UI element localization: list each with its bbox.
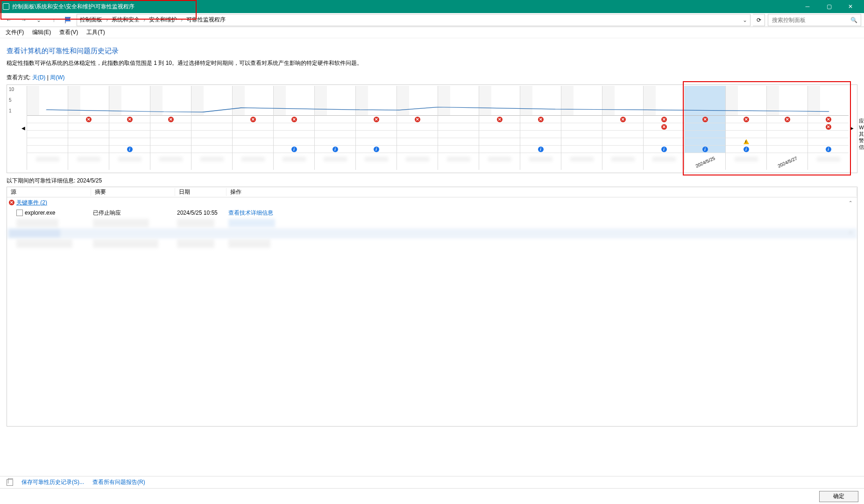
table-header: 源 摘要 日期 操作	[7, 187, 857, 197]
chart-cell: ✕	[150, 116, 191, 123]
group-critical-events[interactable]: ✕ 关键事件 (2) ⌃	[7, 197, 857, 208]
up-button[interactable]: ↑	[48, 14, 60, 26]
chart-cell	[150, 146, 191, 153]
chart-cell: ✕	[109, 116, 150, 123]
search-box[interactable]: 🔍	[768, 14, 861, 26]
info-icon: i	[333, 147, 338, 152]
page-heading: 查看计算机的可靠性和问题历史记录	[7, 47, 857, 56]
chart-scroll-left[interactable]: ◀	[20, 86, 27, 170]
table-row-redacted	[7, 238, 857, 249]
date-label	[27, 153, 68, 170]
chart-cell	[644, 138, 684, 146]
main-content: 查看计算机的可靠性和问题历史记录 稳定性指数可评估系统的总体稳定性，此指数的取值…	[0, 38, 864, 427]
breadcrumb-bar[interactable]: 控制面板› 系统和安全› 安全和维护› 可靠性监视程序 ⌄	[77, 14, 751, 26]
chevron-up-icon[interactable]: ⌃	[849, 200, 852, 205]
window-titlebar: 控制面板\系统和安全\安全和维护\可靠性监视程序 ─ ▢ ✕	[0, 0, 864, 13]
menu-view[interactable]: 查看(V)	[59, 28, 78, 36]
breadcrumb-item[interactable]: 系统和安全	[112, 16, 140, 24]
back-button[interactable]: ←	[3, 14, 15, 26]
chart-cell	[726, 138, 766, 146]
footer-links: 保存可靠性历史记录(S)... 查看所有问题报告(R)	[0, 476, 864, 488]
chart-cell	[109, 131, 150, 138]
chart-cell	[191, 123, 232, 131]
menu-file[interactable]: 文件(F)	[6, 28, 24, 36]
breadcrumb-item[interactable]: 控制面板	[80, 16, 102, 24]
breadcrumb-dropdown-icon[interactable]: ⌄	[743, 17, 747, 23]
view-all-reports-link[interactable]: 查看所有问题报告(R)	[92, 478, 145, 486]
chart-cell	[150, 138, 191, 146]
chart-cell	[644, 131, 684, 138]
y-axis-labels: 10 5 1	[9, 87, 14, 113]
chart-cell	[191, 131, 232, 138]
chart-cell: ✕	[726, 116, 766, 123]
search-input[interactable]	[771, 16, 850, 24]
col-source[interactable]: 源	[7, 188, 91, 196]
chart-cell	[27, 138, 68, 146]
chart-cell	[233, 138, 273, 146]
date-label	[68, 153, 109, 170]
info-icon: i	[374, 147, 379, 152]
date-label	[561, 153, 602, 170]
chart-cell	[438, 138, 479, 146]
table-row[interactable]: explorer.exe 已停止响应 2024/5/25 10:55 查看技术详…	[7, 208, 857, 218]
chart-cell: i	[315, 146, 355, 153]
details-table: 源 摘要 日期 操作 ✕ 关键事件 (2) ⌃ explorer.exe 已停止…	[7, 187, 857, 427]
chart-cell	[397, 123, 438, 131]
chart-cell	[602, 131, 643, 138]
chart-cell: ✕	[479, 116, 520, 123]
error-icon: ✕	[702, 117, 708, 122]
chart-cell: ✕	[767, 116, 807, 123]
chart-cell	[520, 131, 561, 138]
chart-cell	[274, 138, 314, 146]
error-icon: ✕	[250, 117, 256, 122]
chart-cell	[602, 123, 643, 131]
chart-cell	[191, 116, 232, 123]
chart-cell	[397, 138, 438, 146]
chart-cell	[561, 116, 602, 123]
refresh-button[interactable]: ⟳	[753, 14, 765, 26]
error-icon: ✕	[415, 117, 420, 122]
row-label-misc-failure: 其他故障	[859, 131, 864, 137]
forward-button[interactable]: →	[18, 14, 30, 26]
chart-cell: ✕	[520, 116, 561, 123]
breadcrumb-item[interactable]: 安全和维护	[149, 16, 177, 24]
chart-cell: ✕	[644, 123, 684, 131]
chart-cell	[808, 131, 849, 138]
chart-cell: ✕	[356, 116, 397, 123]
chart-cell	[438, 146, 479, 153]
view-by-day-link[interactable]: 天(D)	[32, 74, 46, 81]
menu-edit[interactable]: 编辑(E)	[32, 28, 51, 36]
date-label	[726, 153, 766, 170]
chart-scroll-right[interactable]: ▶	[849, 86, 855, 170]
col-action[interactable]: 操作	[227, 188, 857, 196]
date-label	[315, 153, 355, 170]
chart-cell	[561, 146, 602, 153]
group-label: 关键事件 (2)	[16, 199, 47, 207]
menu-tools[interactable]: 工具(T)	[86, 28, 105, 36]
chart-cell	[27, 131, 68, 138]
chart-cell	[767, 138, 807, 146]
col-summary[interactable]: 摘要	[91, 188, 175, 196]
chart-cell	[27, 123, 68, 131]
breadcrumb-item[interactable]: 可靠性监视程序	[186, 16, 226, 24]
maximize-button[interactable]: ▢	[818, 0, 840, 13]
view-details-link[interactable]: 查看技术详细信息	[228, 209, 273, 217]
chart-cell: ✕	[274, 116, 314, 123]
info-icon: i	[291, 147, 297, 152]
col-date[interactable]: 日期	[175, 188, 227, 196]
view-by-week-link[interactable]: 周(W)	[50, 74, 64, 81]
row-label-warning: 警告	[859, 137, 864, 143]
chart-cell: ✕	[685, 116, 725, 123]
close-button[interactable]: ✕	[840, 0, 861, 13]
chart-cell	[68, 123, 109, 131]
save-history-link[interactable]: 保存可靠性历史记录(S)...	[21, 478, 84, 486]
date-label	[150, 153, 191, 170]
chevron-right-icon: ›	[181, 17, 183, 23]
search-icon[interactable]: 🔍	[850, 17, 857, 23]
chart-cell	[479, 123, 520, 131]
recent-dropdown[interactable]: ⌄	[33, 14, 45, 26]
minimize-button[interactable]: ─	[797, 0, 818, 13]
chart-cell: i	[274, 146, 314, 153]
error-icon: ✕	[744, 117, 749, 122]
ok-button[interactable]: 确定	[819, 491, 858, 502]
